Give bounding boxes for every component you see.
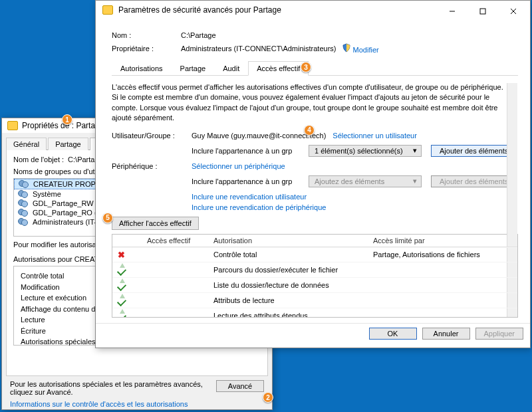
- annotation-5: 5: [102, 213, 113, 223]
- maximize-button[interactable]: [467, 1, 498, 21]
- annotation-3: 3: [301, 62, 311, 72]
- svg-rect-1: [480, 9, 485, 14]
- adv-content: Nom : C:\Partage Propriétaire : Administ…: [96, 22, 530, 323]
- apply-button[interactable]: Appliquer: [475, 328, 523, 340]
- close-button[interactable]: [498, 1, 529, 21]
- col-effective-access: Accès effectif: [147, 237, 213, 245]
- device-label: Périphérique :: [112, 162, 192, 170]
- select-device-link[interactable]: Sélectionner un périphérique: [192, 162, 285, 170]
- include-membership-label: Inclure l'appartenance à un grp: [192, 147, 309, 155]
- allow-icon: [118, 264, 127, 274]
- annotation-1: 1: [62, 114, 72, 125]
- annotation-2: 2: [263, 392, 273, 403]
- help-link[interactable]: Informations sur le contrôle d'accès et …: [10, 400, 188, 408]
- device-membership-select: Ajoutez des éléments ▾: [309, 175, 422, 187]
- group-icon: [18, 218, 29, 226]
- table-header: Accès effectif Autorisation Accès limité…: [112, 235, 517, 247]
- folder-icon: [102, 5, 113, 15]
- advanced-button[interactable]: Avancé: [216, 380, 264, 392]
- select-user-link[interactable]: Sélectionner un utilisateur: [332, 132, 417, 140]
- table-row[interactable]: Lecture des attributs étendus: [112, 308, 517, 318]
- chevron-down-icon: ▾: [413, 146, 417, 155]
- adv-tabs: Autorisations Partage Audit Accès effect…: [112, 60, 518, 76]
- col-authorization: Autorisation: [213, 237, 373, 245]
- adv-tab-permissions[interactable]: Autorisations: [112, 61, 172, 76]
- add-items-button[interactable]: Ajouter des éléments: [431, 145, 517, 157]
- add-items-button-disabled: Ajouter des éléments: [431, 175, 517, 187]
- adv-titlebar: Paramètres de sécurité avancés pour Part…: [96, 1, 530, 22]
- tab-sharing[interactable]: Partage: [48, 138, 88, 150]
- group-icon: [18, 190, 29, 198]
- tab-general[interactable]: Général: [6, 138, 47, 150]
- minimize-button[interactable]: [437, 1, 467, 21]
- folder-icon: [7, 121, 18, 130]
- chevron-down-icon: ▾: [413, 177, 417, 185]
- cancel-button[interactable]: Annuler: [422, 328, 470, 340]
- group-icon: [18, 209, 29, 217]
- annotation-4: 4: [304, 125, 315, 136]
- adv-tab-effective-access[interactable]: Accès effectif: [248, 61, 309, 76]
- group-icon: [18, 199, 29, 207]
- table-row[interactable]: ✖ Contrôle total Partage, Autorisations …: [112, 247, 517, 262]
- effective-access-table: Accès effectif Autorisation Accès limité…: [112, 234, 518, 318]
- allow-icon: [118, 310, 127, 318]
- group-icon: [19, 180, 29, 188]
- adv-title: Paramètres de sécurité avancés pour Part…: [118, 5, 281, 15]
- name-label: Nom :: [112, 31, 181, 39]
- effective-access-description: L'accès effectif vous permet d'afficher …: [112, 82, 518, 124]
- table-row[interactable]: Liste du dossier/lecture de données: [112, 277, 517, 292]
- include-user-claim-link[interactable]: Inclure une revendication utilisateur: [192, 193, 307, 201]
- shield-icon: [342, 43, 351, 52]
- adv-tab-audit[interactable]: Audit: [214, 61, 248, 76]
- table-row[interactable]: Parcours du dossier/exécuter le fichier: [112, 262, 517, 277]
- adv-tab-sharing[interactable]: Partage: [172, 61, 215, 76]
- object-name-label: Nom de l'objet :: [13, 155, 64, 163]
- advanced-security-window: Paramètres de sécurité avancés pour Part…: [95, 0, 531, 348]
- include-membership-label-2: Inclure l'appartenance à un grp: [192, 177, 309, 185]
- name-value: C:\Partage: [181, 31, 216, 39]
- user-group-label: Utilisateur/Groupe :: [112, 132, 192, 140]
- group-membership-select[interactable]: 1 élément(s) sélectionné(s) ▾: [309, 145, 422, 157]
- deny-icon: ✖: [118, 250, 125, 260]
- include-device-claim-link[interactable]: Inclure une revendication de périphériqu…: [192, 203, 326, 211]
- advanced-hint: Pour les autorisations spéciales et les …: [10, 380, 209, 396]
- modify-owner-link[interactable]: Modifier: [353, 46, 379, 54]
- show-effective-access-button[interactable]: Afficher l'accès effectif: [112, 217, 199, 230]
- adv-footer: OK Annuler Appliquer: [96, 323, 530, 344]
- allow-icon: [118, 280, 127, 289]
- allow-icon: [118, 295, 127, 304]
- owner-label: Propriétaire :: [112, 45, 181, 52]
- ok-button[interactable]: OK: [369, 328, 417, 340]
- col-limited-by: Accès limité par: [373, 237, 512, 245]
- owner-value: Administrateurs (IT-CONNECT\Administrate…: [181, 45, 336, 52]
- table-row[interactable]: Attributs de lecture: [112, 292, 517, 308]
